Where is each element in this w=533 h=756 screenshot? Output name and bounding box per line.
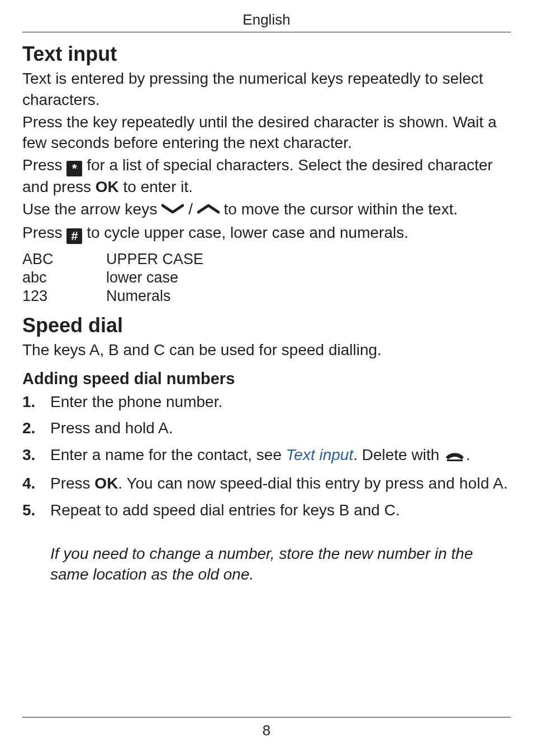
- press-and-hold-a: press and hold A: [385, 475, 503, 492]
- case-mode: abc: [22, 269, 106, 286]
- page-number: 8: [22, 717, 511, 739]
- case-mode: ABC: [22, 251, 106, 268]
- list-item: Press OK. You can now speed-dial this en…: [22, 473, 511, 494]
- p5-b: to cycle upper case, lower case and nume…: [82, 224, 408, 241]
- text-input-p3: Press * for a list of special characters…: [22, 155, 511, 198]
- ok-key-label: OK: [96, 178, 119, 195]
- ok-key-label: OK: [94, 475, 118, 492]
- case-desc: lower case: [106, 269, 178, 286]
- case-desc: Numerals: [106, 288, 171, 305]
- p3-b: for a list of special characters. Select…: [22, 156, 493, 195]
- table-row: 123 Numerals: [22, 288, 511, 305]
- arrow-up-icon: [197, 200, 220, 221]
- heading-speed-dial: Speed dial: [22, 314, 511, 337]
- svg-rect-0: [447, 460, 463, 461]
- text-input-p5: Press # to cycle upper case, lower case …: [22, 222, 511, 244]
- star-key-icon: *: [66, 161, 82, 176]
- list-item: Enter a name for the contact, see Text i…: [22, 444, 511, 467]
- table-row: ABC UPPER CASE: [22, 251, 511, 268]
- header-language: English: [22, 11, 511, 32]
- spacer: [22, 585, 511, 717]
- speed-dial-steps: Enter the phone number. Press and hold A…: [22, 391, 511, 527]
- step-4c: .: [503, 475, 508, 492]
- p5-a: Press: [22, 224, 66, 241]
- arrow-down-icon: [161, 200, 184, 221]
- p3-c: to enter it.: [119, 178, 193, 195]
- text-input-p4: Use the arrow keys / to move the cursor …: [22, 199, 511, 221]
- case-desc: UPPER CASE: [106, 251, 203, 268]
- step-3c: .: [466, 446, 470, 463]
- list-item: Enter the phone number.: [22, 391, 511, 413]
- hash-key-icon: #: [66, 228, 82, 244]
- case-mode-table: ABC UPPER CASE abc lower case 123 Numera…: [22, 251, 511, 306]
- case-mode: 123: [22, 288, 106, 305]
- subheading-adding-speed-dial: Adding speed dial numbers: [22, 370, 511, 388]
- step-1-text: Enter the phone number.: [50, 393, 222, 410]
- step-3b: . Delete with: [353, 446, 444, 463]
- speed-dial-p1: The keys A, B and C can be used for spee…: [22, 339, 511, 361]
- step-4b: . You can now speed-dial this entry by: [118, 475, 385, 492]
- text-input-p1: Text is entered by pressing the numerica…: [22, 68, 511, 111]
- list-item: Press and hold A.: [22, 418, 511, 439]
- p4-a: Use the: [22, 200, 80, 218]
- arrow-keys-label: arrow keys: [80, 200, 157, 218]
- end-call-icon: [444, 446, 466, 467]
- step-5-text: Repeat to add speed dial entries for key…: [50, 501, 400, 519]
- p4-sep: /: [184, 200, 197, 218]
- step-2-text: Press and hold A.: [50, 419, 173, 437]
- text-input-link[interactable]: Text input: [286, 446, 353, 463]
- table-row: abc lower case: [22, 269, 511, 286]
- p3-a: Press: [22, 156, 66, 174]
- text-input-p2: Press the key repeatedly until the desir…: [22, 112, 511, 154]
- speed-dial-intro: The keys A, B and C can be used for spee…: [22, 339, 511, 362]
- heading-text-input: Text input: [22, 42, 511, 66]
- list-item: Repeat to add speed dial entries for key…: [22, 500, 511, 521]
- step-4a: Press: [50, 475, 94, 492]
- p4-c: to move the cursor within the text.: [224, 200, 458, 218]
- step-3a: Enter a name for the contact, see: [50, 446, 286, 463]
- text-input-body: Text is entered by pressing the numerica…: [22, 68, 511, 245]
- speed-dial-note: If you need to change a number, store th…: [22, 543, 511, 586]
